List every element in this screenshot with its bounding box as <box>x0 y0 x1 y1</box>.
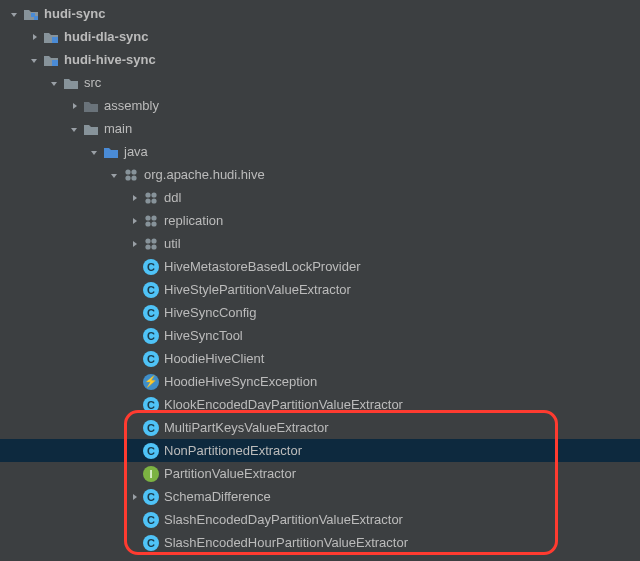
tree-item-hudi-sync[interactable]: hudi-sync <box>0 2 640 25</box>
tree-item-util[interactable]: util <box>0 232 640 255</box>
chevron-down-icon[interactable] <box>26 52 42 68</box>
package-icon <box>142 189 160 207</box>
class-icon: C <box>142 304 160 322</box>
chevron-right-icon[interactable] <box>26 29 42 45</box>
tree-item-label: replication <box>164 213 223 228</box>
folder-icon <box>82 120 100 138</box>
tree-item-src[interactable]: src <box>0 71 640 94</box>
tree-item-label: org.apache.hudi.hive <box>144 167 265 182</box>
chevron-down-icon[interactable] <box>66 121 82 137</box>
tree-item-class[interactable]: C SlashEncodedDayPartitionValueExtractor <box>0 508 640 531</box>
package-icon <box>142 235 160 253</box>
exception-icon: ⚡ <box>142 373 160 391</box>
chevron-right-icon[interactable] <box>126 190 142 206</box>
folder-icon <box>82 97 100 115</box>
interface-icon: I <box>142 465 160 483</box>
tree-item-label: hudi-hive-sync <box>64 52 156 67</box>
tree-item-label: HiveSyncConfig <box>164 305 257 320</box>
tree-item-test[interactable]: test <box>0 554 640 561</box>
module-icon <box>42 51 60 69</box>
tree-item-label: HoodieHiveClient <box>164 351 264 366</box>
class-icon: C <box>142 511 160 529</box>
tree-item-replication[interactable]: replication <box>0 209 640 232</box>
tree-item-label: src <box>84 75 101 90</box>
tree-item-hudi-hive-sync[interactable]: hudi-hive-sync <box>0 48 640 71</box>
tree-item-label: HoodieHiveSyncException <box>164 374 317 389</box>
tree-item-class[interactable]: C HiveSyncTool <box>0 324 640 347</box>
tree-item-package-root[interactable]: org.apache.hudi.hive <box>0 163 640 186</box>
tree-item-class[interactable]: C SchemaDifference <box>0 485 640 508</box>
tree-item-class[interactable]: C KlookEncodedDayPartitionValueExtractor <box>0 393 640 416</box>
class-icon: C <box>142 281 160 299</box>
tree-item-class[interactable]: C HiveSyncConfig <box>0 301 640 324</box>
tree-item-class[interactable]: C MultiPartKeysValueExtractor <box>0 416 640 439</box>
chevron-right-icon[interactable] <box>66 558 82 562</box>
class-icon: C <box>142 488 160 506</box>
tree-item-label: assembly <box>104 98 159 113</box>
chevron-right-icon[interactable] <box>126 213 142 229</box>
package-icon <box>122 166 140 184</box>
tree-item-ddl[interactable]: ddl <box>0 186 640 209</box>
tree-item-label: NonPartitionedExtractor <box>164 443 302 458</box>
class-icon: C <box>142 350 160 368</box>
chevron-down-icon[interactable] <box>106 167 122 183</box>
class-icon: C <box>142 442 160 460</box>
chevron-right-icon[interactable] <box>126 236 142 252</box>
package-icon <box>142 212 160 230</box>
tree-item-java[interactable]: java <box>0 140 640 163</box>
tree-item-label: hudi-dla-sync <box>64 29 149 44</box>
chevron-down-icon[interactable] <box>6 6 22 22</box>
tree-item-label: util <box>164 236 181 251</box>
class-icon: C <box>142 327 160 345</box>
tree-item-assembly[interactable]: assembly <box>0 94 640 117</box>
source-folder-icon <box>102 143 120 161</box>
tree-item-class[interactable]: C HoodieHiveClient <box>0 347 640 370</box>
chevron-right-icon[interactable] <box>126 489 142 505</box>
class-icon: C <box>142 534 160 552</box>
tree-item-label: SlashEncodedDayPartitionValueExtractor <box>164 512 403 527</box>
tree-item-class[interactable]: C HiveStylePartitionValueExtractor <box>0 278 640 301</box>
tree-item-label: PartitionValueExtractor <box>164 466 296 481</box>
class-icon: C <box>142 258 160 276</box>
tree-item-label: HiveSyncTool <box>164 328 243 343</box>
chevron-right-icon[interactable] <box>66 98 82 114</box>
tree-item-class-selected[interactable]: C NonPartitionedExtractor <box>0 439 640 462</box>
tree-item-label: SlashEncodedHourPartitionValueExtractor <box>164 535 408 550</box>
tree-item-label: ddl <box>164 190 181 205</box>
tree-item-exception[interactable]: ⚡ HoodieHiveSyncException <box>0 370 640 393</box>
tree-item-class[interactable]: C HiveMetastoreBasedLockProvider <box>0 255 640 278</box>
tree-item-hudi-dla-sync[interactable]: hudi-dla-sync <box>0 25 640 48</box>
tree-item-class[interactable]: C SlashEncodedHourPartitionValueExtracto… <box>0 531 640 554</box>
tree-item-label: HiveMetastoreBasedLockProvider <box>164 259 361 274</box>
project-tree[interactable]: hudi-sync hudi-dla-sync hudi-hive-sync s… <box>0 0 640 561</box>
chevron-down-icon[interactable] <box>86 144 102 160</box>
chevron-down-icon[interactable] <box>46 75 62 91</box>
tree-item-main[interactable]: main <box>0 117 640 140</box>
class-icon: C <box>142 419 160 437</box>
tree-item-label: java <box>124 144 148 159</box>
folder-icon <box>82 557 100 562</box>
tree-item-interface[interactable]: I PartitionValueExtractor <box>0 462 640 485</box>
folder-icon <box>62 74 80 92</box>
tree-item-label: hudi-sync <box>44 6 105 21</box>
class-icon: C <box>142 396 160 414</box>
tree-item-label: SchemaDifference <box>164 489 271 504</box>
tree-item-label: HiveStylePartitionValueExtractor <box>164 282 351 297</box>
tree-item-label: KlookEncodedDayPartitionValueExtractor <box>164 397 403 412</box>
module-icon <box>42 28 60 46</box>
tree-item-label: MultiPartKeysValueExtractor <box>164 420 329 435</box>
tree-item-label: main <box>104 121 132 136</box>
module-group-icon <box>22 5 40 23</box>
